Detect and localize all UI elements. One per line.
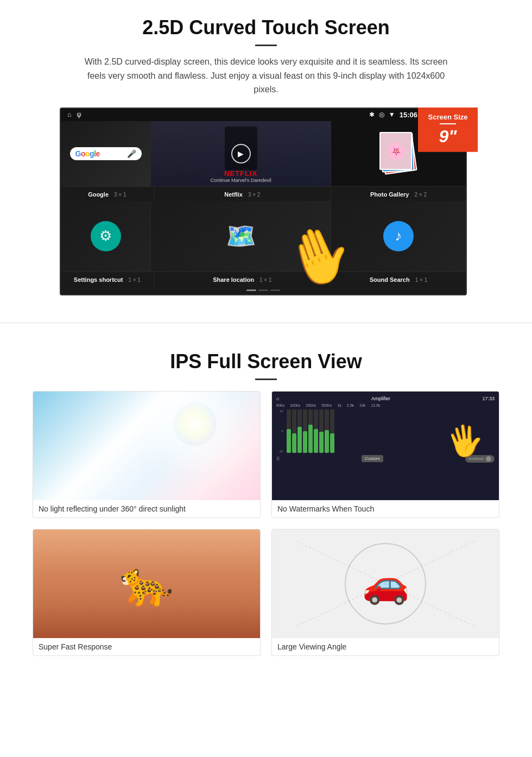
app-label-row-1: Google 3 × 1 Netflix 3 × 2 Photo Gallery… <box>61 187 466 201</box>
google-search-bar: Google 🎤 <box>70 147 142 160</box>
netflix-app-cell[interactable]: ▶ NETFLIX Continue Marvel's Daredevil <box>151 121 331 186</box>
netflix-subtitle: Continue Marvel's Daredevil <box>155 178 326 183</box>
settings-icon-circle: ⚙ <box>91 221 121 251</box>
netflix-play-button[interactable]: ▶ <box>231 144 251 163</box>
music-note-icon: ♪ <box>395 228 402 244</box>
gear-icon: ⚙ <box>99 228 112 244</box>
freq-label: 2.5k <box>347 403 354 407</box>
amp-fill-1 <box>287 429 291 453</box>
share-location-cell[interactable]: 🗺️ 🤚 <box>151 201 331 272</box>
settings-app-cell[interactable]: ⚙ <box>61 201 151 272</box>
mic-icon: 🎤 <box>127 149 136 158</box>
freq-label: 200hz <box>306 403 316 407</box>
amp-home-icon: ⌂ <box>276 396 279 401</box>
car-caption: Large Viewing Angle <box>272 638 499 655</box>
svg-line-2 <box>295 540 385 584</box>
svg-line-0 <box>295 584 385 627</box>
netflix-label-cell: Netflix 3 × 2 <box>154 187 331 201</box>
dot-1 <box>246 289 256 291</box>
freq-label: 1k <box>337 403 341 407</box>
badge-divider <box>440 123 456 124</box>
screen-size-badge: Screen Size 9" <box>418 108 478 152</box>
google-label-cell: Google 3 × 1 <box>61 187 154 201</box>
dot-2 <box>258 289 268 291</box>
amp-y-labels: 10 0 -10 <box>278 409 283 453</box>
google-app-name: Google <box>88 191 109 198</box>
status-time: 15:06 <box>400 111 417 119</box>
amplifier-image: ⌂ Amplifier 17:33 60hz 100hz 200hz 500hz… <box>272 392 499 500</box>
amp-bar-7 <box>319 409 324 453</box>
netflix-app-size: 3 × 2 <box>245 192 260 198</box>
settings-app-name: Settings shortcut <box>74 276 123 283</box>
music-icon-circle: ♪ <box>383 221 414 251</box>
google-thumbnail: Google 🎤 <box>61 121 150 186</box>
app-row-2: ⚙ 🗺️ 🤚 ♪ <box>61 201 466 272</box>
amp-header: ⌂ Amplifier 17:33 <box>276 396 495 401</box>
badge-size-text: 9" <box>439 127 457 146</box>
freq-label: 60hz <box>276 403 284 407</box>
netflix-info-overlay: NETFLIX Continue Marvel's Daredevil <box>151 166 331 186</box>
amp-bar-8 <box>325 409 329 453</box>
badge-label-text: Screen Size <box>426 113 470 121</box>
amp-bar-9 <box>330 409 334 453</box>
ips-divider <box>255 379 277 380</box>
amp-back-icon: ⟨⟨ <box>276 456 280 461</box>
amp-fill-6 <box>314 429 318 453</box>
device-wrapper: Screen Size 9" ⌂ ψ ✱ ◎ ▼ 15:06 ◫ ◁) ⊠ <box>60 108 472 295</box>
google-logo: Google <box>75 149 100 158</box>
curved-screen-section: 2.5D Curved Touch Screen With 2.5D curve… <box>0 0 532 306</box>
amp-bar-1 <box>287 409 291 453</box>
amp-bars-container: 10 0 -10 <box>276 409 495 453</box>
amplifier-screen: ⌂ Amplifier 17:33 60hz 100hz 200hz 500hz… <box>272 392 499 500</box>
netflix-thumbnail: ▶ NETFLIX Continue Marvel's Daredevil <box>151 121 331 186</box>
share-app-size: 1 × 1 <box>256 277 271 283</box>
section1-description: With 2.5D curved-display screen, this de… <box>76 55 456 97</box>
flower-icon: 🌸 <box>386 141 406 160</box>
freq-label: 100hz <box>290 403 300 407</box>
dot-3 <box>270 289 280 291</box>
svg-line-1 <box>385 584 476 627</box>
sunlight-image <box>33 392 260 500</box>
amp-fill-7 <box>319 432 324 452</box>
amp-bar-5 <box>308 409 313 453</box>
feature-image-grid: No light reflecting under 360° direct su… <box>33 391 499 656</box>
amp-time: 17:33 <box>482 396 495 401</box>
share-app-name: Share location <box>213 276 254 283</box>
sun-glow <box>173 402 217 446</box>
section1-title: 2.5D Curved Touch Screen <box>33 16 499 39</box>
sound-app-name: Sound Search <box>370 276 410 283</box>
netflix-logo: NETFLIX <box>155 169 326 178</box>
freq-label: 12.5k <box>371 403 380 407</box>
settings-label-cell: Settings shortcut 1 × 1 <box>61 272 154 286</box>
cheetah-card: 🐆 Super Fast Response <box>33 529 261 656</box>
photo-stack: 🌸 <box>379 132 417 175</box>
cheetah-caption: Super Fast Response <box>33 638 260 655</box>
usb-icon: ψ <box>77 111 81 118</box>
amp-bar-3 <box>297 409 302 453</box>
device-screen: ⌂ ψ ✱ ◎ ▼ 15:06 ◫ ◁) ⊠ ⬚ <box>60 108 467 295</box>
gallery-app-size: 2 × 2 <box>411 192 427 198</box>
scroll-dots <box>61 286 466 294</box>
amp-bar-4 <box>303 409 307 453</box>
car-card: 🚗 Large Viewing Angle <box>271 529 499 656</box>
section2-title: IPS Full Screen View <box>33 350 499 373</box>
amp-fill-3 <box>297 427 302 453</box>
viewing-angle-svg <box>272 529 499 638</box>
cheetah-background: 🐆 <box>33 529 260 638</box>
netflix-app-name: Netflix <box>224 191 243 198</box>
gallery-app-name: Photo Gallery <box>370 191 409 198</box>
freq-label: 500hz <box>321 403 332 407</box>
google-app-cell[interactable]: Google 🎤 <box>61 121 151 186</box>
home-icon: ⌂ <box>67 111 71 118</box>
amp-fill-5 <box>308 425 313 453</box>
sound-app-size: 1 × 1 <box>412 277 427 283</box>
amplifier-card: ⌂ Amplifier 17:33 60hz 100hz 200hz 500hz… <box>271 391 499 518</box>
amp-bar-2 <box>292 409 296 453</box>
app-row-1: Google 🎤 ▶ NETFLIX <box>61 121 466 187</box>
section-separator <box>0 323 532 323</box>
location-icon: ◎ <box>379 111 384 118</box>
ips-section: IPS Full Screen View No light reflecting… <box>0 339 532 672</box>
amp-fill-4 <box>303 431 307 453</box>
amp-title: Amplifier <box>371 396 390 401</box>
share-thumbnail: 🗺️ 🤚 <box>151 201 331 272</box>
